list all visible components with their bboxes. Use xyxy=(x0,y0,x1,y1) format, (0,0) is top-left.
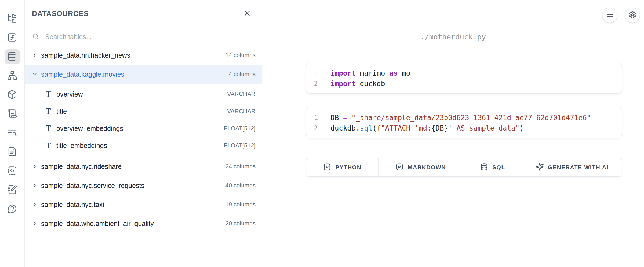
chevron-right-icon xyxy=(32,164,38,169)
button-label: SQL xyxy=(492,164,505,170)
file-tree-icon xyxy=(7,13,17,24)
line-number: 1 xyxy=(306,112,323,123)
sidebar-item-dependencies[interactable] xyxy=(5,68,20,83)
column-row[interactable]: T title VARCHAR xyxy=(25,103,262,120)
column-type: VARCHAR xyxy=(227,91,256,98)
chevron-right-icon xyxy=(32,221,38,227)
column-name: title_embeddings xyxy=(56,142,224,150)
table-row-selected[interactable]: sample_data.kaggle.movies 4 columns xyxy=(25,65,262,84)
table-column-count: 19 columns xyxy=(225,201,256,208)
column-name: overview_embeddings xyxy=(56,125,224,132)
code-line: 1 DB = "_share/sample_data/23b0d623-1361… xyxy=(306,112,622,123)
sidebar-item-snippets[interactable] xyxy=(5,164,20,179)
notebook-pen-icon xyxy=(7,185,17,196)
line-number: 1 xyxy=(306,68,323,78)
database-icon xyxy=(480,163,488,172)
table-name: sample_data.who.ambient_air_quality xyxy=(41,220,225,228)
table-column-count: 20 columns xyxy=(225,220,256,227)
sidebar-item-datasources[interactable] xyxy=(5,49,20,64)
code-cell[interactable]: 1 import marimo as mo 2 import duckdb xyxy=(306,62,622,94)
table-row[interactable]: sample_data.hn.hacker_news 14 columns xyxy=(25,46,262,65)
notebook-actions xyxy=(602,8,640,23)
sidebar-item-scratchpad[interactable] xyxy=(5,183,20,198)
sidebar-item-packages[interactable] xyxy=(5,87,20,102)
sidebar-item-help[interactable] xyxy=(5,202,20,217)
button-label: GENERATE WITH AI xyxy=(548,164,609,170)
add-python-cell-button[interactable]: PYTHON xyxy=(306,158,379,176)
panel-title: DATASOURCES xyxy=(32,10,89,18)
code-square-icon xyxy=(323,163,331,172)
table-column-count: 14 columns xyxy=(225,52,256,59)
code-line: 2 import duckdb xyxy=(306,78,622,89)
activity-bar xyxy=(0,0,25,267)
code-text: DB = "_share/sample_data/23b0d623-1361-4… xyxy=(323,114,591,122)
notebook-filename[interactable]: ./motherduck.py xyxy=(262,33,644,41)
search-icon xyxy=(32,33,39,41)
table-row[interactable]: sample_data.nyc.service_requests 40 colu… xyxy=(25,176,262,195)
table-column-count: 24 columns xyxy=(225,163,256,170)
datasources-header: DATASOURCES xyxy=(25,0,262,28)
help-bubble-icon xyxy=(7,204,17,215)
code-line: 1 import marimo as mo xyxy=(306,68,622,78)
chevron-right-icon xyxy=(32,202,38,207)
datasources-panel: DATASOURCES sample_data.hn.hacker_news 1… xyxy=(25,0,262,267)
function-square-icon xyxy=(7,32,17,43)
table-name: sample_data.kaggle.movies xyxy=(41,71,229,78)
box-icon xyxy=(7,90,17,101)
column-type: FLOAT[512] xyxy=(224,125,256,132)
menu-icon xyxy=(606,11,614,20)
table-name: sample_data.nyc.service_requests xyxy=(41,182,225,190)
add-cell-toolbar: PYTHON MARKDOWN SQL GENERATE WITH AI xyxy=(306,158,622,177)
chevron-right-icon xyxy=(32,52,38,58)
column-row[interactable]: T overview VARCHAR xyxy=(25,86,262,103)
table-name: sample_data.hn.hacker_news xyxy=(41,51,225,59)
table-row[interactable]: sample_data.nyc.rideshare 24 columns xyxy=(25,157,262,176)
menu-button[interactable] xyxy=(602,8,617,23)
table-columns-list: T overview VARCHAR T title VARCHAR T ove… xyxy=(25,84,262,157)
generate-with-ai-button[interactable]: GENERATE WITH AI xyxy=(522,158,622,176)
column-row[interactable]: T title_embeddings FLOAT[512] xyxy=(25,137,262,154)
column-name: title xyxy=(56,107,227,115)
button-label: MARKDOWN xyxy=(408,164,446,170)
text-type-icon: T xyxy=(45,124,52,133)
database-icon xyxy=(7,51,17,62)
search-input[interactable] xyxy=(45,33,257,41)
column-name: overview xyxy=(56,90,227,98)
chevron-right-icon xyxy=(32,183,38,188)
sidebar-item-logs[interactable] xyxy=(5,106,20,121)
table-column-count: 4 columns xyxy=(229,71,256,78)
sidebar-item-variables[interactable] xyxy=(5,30,20,45)
code-text: import duckdb xyxy=(323,80,385,88)
text-type-icon: T xyxy=(45,90,52,98)
code-text: duckdb.sql(f"ATTACH 'md:{DB}' AS sample_… xyxy=(323,124,524,132)
button-label: PYTHON xyxy=(335,164,361,170)
code-line: 2 duckdb.sql(f"ATTACH 'md:{DB}' AS sampl… xyxy=(306,123,622,133)
gear-icon xyxy=(628,11,636,20)
markdown-icon xyxy=(395,163,404,172)
add-sql-cell-button[interactable]: SQL xyxy=(463,158,522,176)
table-row[interactable]: sample_data.who.ambient_air_quality 20 c… xyxy=(25,214,262,233)
table-row[interactable]: sample_data.nyc.taxi 19 columns xyxy=(25,195,262,214)
text-type-icon: T xyxy=(45,142,52,150)
column-type: VARCHAR xyxy=(227,108,256,115)
code-cell[interactable]: 1 DB = "_share/sample_data/23b0d623-1361… xyxy=(306,107,622,138)
column-row[interactable]: T overview_embeddings FLOAT[512] xyxy=(25,120,262,137)
chevron-down-icon xyxy=(32,71,38,77)
list-search-icon xyxy=(7,128,17,139)
document-icon xyxy=(7,147,17,158)
scroll-icon xyxy=(7,109,17,120)
add-markdown-cell-button[interactable]: MARKDOWN xyxy=(379,158,463,176)
table-search xyxy=(25,28,262,46)
table-name: sample_data.nyc.rideshare xyxy=(41,163,225,170)
sidebar-item-files[interactable] xyxy=(5,11,20,26)
sidebar-item-documentation[interactable] xyxy=(5,144,20,160)
table-column-count: 40 columns xyxy=(225,182,256,189)
settings-button[interactable] xyxy=(625,8,640,23)
table-name: sample_data.nyc.taxi xyxy=(41,201,225,209)
sidebar-item-tracing[interactable] xyxy=(5,125,20,140)
code-text: import marimo as mo xyxy=(323,69,410,77)
code-square-icon xyxy=(7,166,17,177)
close-panel-button[interactable] xyxy=(242,9,252,19)
line-number: 2 xyxy=(306,78,323,89)
line-number: 2 xyxy=(306,123,323,133)
